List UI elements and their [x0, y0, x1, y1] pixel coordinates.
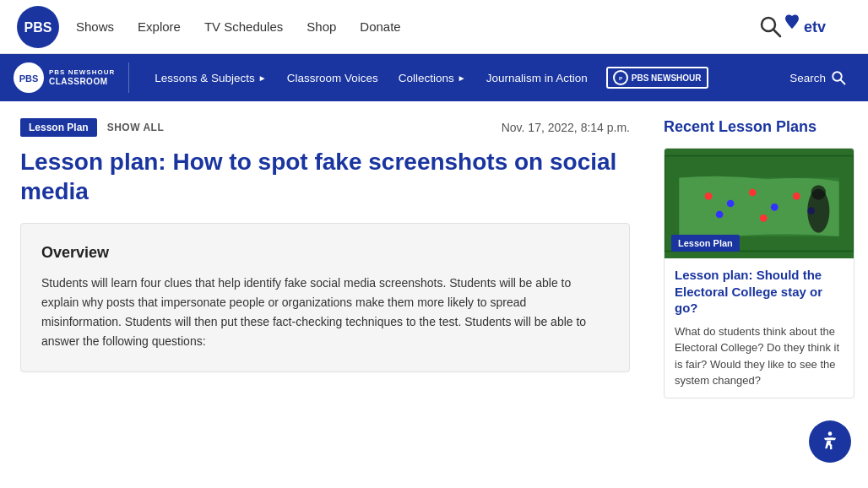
overview-card: Overview Students will learn four clues … [20, 223, 630, 372]
pbs-newshour-badge-text: PBS NEWSHOUR [632, 73, 702, 83]
breadcrumb-row: Lesson Plan SHOW ALL Nov. 17, 2022, 8:14… [20, 118, 630, 137]
search-nav-button[interactable]: Search [781, 54, 854, 101]
badge-circle-icon: P [613, 70, 628, 85]
lessons-arrow-icon: ► [258, 73, 267, 83]
sidebar-card-body: Lesson plan: Should the Electoral Colleg… [665, 258, 854, 398]
pbs-classroom-logo[interactable]: PBS PBS NEWSHOUR CLASSROOM [14, 62, 129, 93]
sidebar-card-title[interactable]: Lesson plan: Should the Electoral Colleg… [675, 267, 844, 317]
svg-point-13 [727, 200, 735, 208]
second-navigation: PBS PBS NEWSHOUR CLASSROOM Lessons & Sub… [0, 54, 868, 101]
svg-text:etv: etv [804, 19, 826, 35]
svg-point-16 [793, 192, 800, 200]
svg-text:PBS: PBS [24, 20, 52, 35]
second-nav-links: Lessons & Subjects ► Classroom Voices Co… [146, 54, 781, 101]
lesson-plan-badge: Lesson Plan [20, 118, 97, 137]
svg-text:PBS: PBS [19, 73, 39, 84]
svg-point-2 [762, 18, 775, 31]
sidebar-card-image: Lesson Plan [665, 149, 854, 258]
classroom-voices-link[interactable]: Classroom Voices [279, 54, 387, 101]
journalism-in-action-link[interactable]: Journalism in Action [478, 54, 596, 101]
collections-arrow-icon: ► [458, 73, 466, 83]
svg-text:P: P [619, 75, 622, 81]
sidebar-card[interactable]: Lesson Plan Lesson plan: Should the Elec… [664, 148, 854, 399]
svg-point-17 [716, 211, 724, 219]
shop-link[interactable]: Shop [307, 19, 336, 34]
main-content: Lesson Plan SHOW ALL Nov. 17, 2022, 8:14… [0, 101, 868, 415]
pbs-logo[interactable]: PBS [17, 6, 59, 48]
overview-heading: Overview [41, 244, 609, 262]
article-date: Nov. 17, 2022, 8:14 p.m. [502, 121, 630, 134]
svg-point-15 [771, 203, 778, 211]
svg-point-21 [811, 185, 826, 199]
shows-link[interactable]: Shows [76, 19, 114, 34]
tv-schedules-link[interactable]: TV Schedules [204, 19, 283, 34]
collections-link[interactable]: Collections ► [390, 54, 475, 101]
content-right: Recent Lesson Plans [650, 101, 868, 415]
top-navigation: PBS Shows Explore TV Schedules Shop Dona… [0, 0, 868, 54]
sidebar-card-badge: Lesson Plan [671, 235, 740, 252]
pbs-newshour-badge[interactable]: P PBS NEWSHOUR [606, 67, 708, 89]
recent-plans-title: Recent Lesson Plans [664, 118, 854, 136]
search-nav-icon [831, 70, 846, 85]
search-icon[interactable] [758, 14, 784, 40]
show-all-link[interactable]: SHOW ALL [107, 122, 165, 133]
sidebar-card-desc: What do students think about the Elector… [675, 323, 844, 389]
overview-text: Students will learn four clues that help… [41, 274, 609, 351]
breadcrumb-left: Lesson Plan SHOW ALL [20, 118, 164, 137]
svg-point-18 [760, 214, 768, 222]
etv-logo[interactable]: etv [784, 12, 851, 42]
svg-point-12 [705, 192, 713, 200]
article-title: Lesson plan: How to spot fake screenshot… [20, 147, 630, 206]
explore-link[interactable]: Explore [138, 19, 181, 34]
top-nav-links: Shows Explore TV Schedules Shop Donate [76, 19, 750, 34]
classroom-logo-text: PBS NEWSHOUR CLASSROOM [49, 68, 115, 87]
donate-link[interactable]: Donate [360, 19, 400, 34]
svg-point-14 [749, 189, 757, 197]
lessons-subjects-link[interactable]: Lessons & Subjects ► [146, 54, 274, 101]
svg-line-3 [774, 30, 781, 36]
svg-line-10 [841, 80, 845, 84]
content-left: Lesson Plan SHOW ALL Nov. 17, 2022, 8:14… [0, 101, 650, 415]
